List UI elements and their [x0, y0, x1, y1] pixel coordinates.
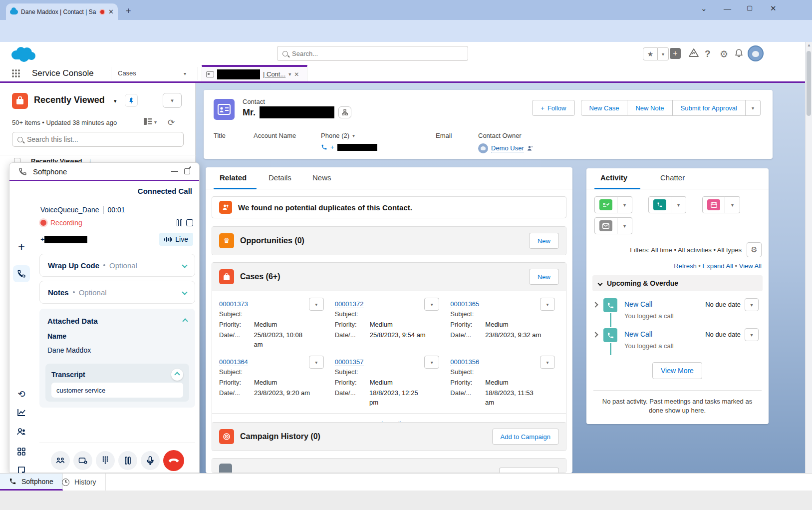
upcoming-overdue-section[interactable]: Upcoming & Overdue [592, 275, 763, 291]
favorites-dropdown-icon[interactable]: ▾ [658, 47, 669, 60]
window-minimize-icon[interactable]: — [724, 4, 731, 12]
call-dropdown-icon[interactable]: ▾ [671, 196, 686, 213]
submit-for-approval-button[interactable]: Submit for Approval [673, 100, 746, 116]
case-row-actions-dropdown[interactable]: ▾ [309, 298, 324, 311]
history-icon[interactable]: ⟲ [9, 389, 33, 400]
list-search-box[interactable] [12, 132, 184, 147]
case-row-actions-dropdown[interactable]: ▾ [540, 356, 555, 369]
phone-dropdown-icon[interactable]: ▾ [352, 133, 355, 138]
tab-related[interactable]: Related [220, 173, 247, 182]
mute-mic-button[interactable] [141, 451, 160, 470]
tab-chatter[interactable]: Chatter [660, 173, 685, 182]
expand-item-icon[interactable] [592, 302, 598, 307]
case-row-actions-dropdown[interactable]: ▾ [309, 356, 324, 369]
refresh-link[interactable]: Refresh [674, 262, 697, 270]
view-all-link[interactable]: View All [739, 262, 762, 270]
case-number-link[interactable]: 00001373 [219, 300, 248, 308]
new-opportunity-button[interactable]: New [529, 233, 559, 249]
workspace-tab-contact[interactable]: | Cont... ▾ ✕ [202, 65, 307, 81]
end-call-button[interactable] [163, 450, 184, 471]
filters-gear-icon[interactable]: ⚙ [747, 242, 762, 257]
new-event-button[interactable] [702, 196, 725, 213]
dialpad-button[interactable] [96, 451, 115, 470]
app-launcher-icon[interactable] [12, 69, 20, 77]
setup-gear-icon[interactable]: ⚙ [720, 48, 728, 60]
window-maximize-icon[interactable]: ▢ [747, 4, 753, 11]
view-hierarchy-button[interactable] [338, 106, 351, 118]
collapse-transcript-button[interactable] [171, 369, 183, 381]
phone-tab-icon[interactable] [13, 265, 30, 282]
new-call-plus-icon[interactable]: + [9, 240, 33, 254]
new-case-button[interactable]: New Case [581, 100, 628, 116]
apps-grid-icon[interactable] [9, 448, 33, 458]
tab-activity[interactable]: Activity [600, 173, 627, 182]
add-to-campaign-button[interactable]: Add to Campaign [492, 429, 559, 445]
display-as-icon[interactable] [144, 118, 152, 127]
new-note-button[interactable]: New Note [627, 100, 672, 116]
change-owner-icon[interactable] [527, 145, 533, 151]
list-search-input[interactable] [27, 135, 178, 143]
new-task-button[interactable] [594, 196, 617, 213]
stop-recording-icon[interactable] [186, 219, 193, 226]
case-number-link[interactable]: 00001372 [335, 300, 364, 308]
expand-all-link[interactable]: Expand All [702, 262, 733, 270]
tab-news[interactable]: News [312, 173, 331, 182]
chevron-up-icon[interactable] [182, 318, 188, 324]
tab-dropdown-icon[interactable]: ▾ [288, 71, 291, 77]
view-more-button[interactable]: View More [652, 362, 702, 379]
help-icon[interactable]: ? [705, 48, 711, 59]
case-number-link[interactable]: 00001365 [450, 300, 479, 308]
expand-item-icon[interactable] [592, 332, 598, 337]
global-search-input[interactable] [292, 50, 463, 57]
email-dropdown-icon[interactable]: ▾ [617, 217, 632, 234]
utility-history-tab[interactable]: History [53, 474, 106, 491]
scroll-up-arrow[interactable]: ▲ [807, 43, 811, 47]
new-case-button[interactable]: New [529, 269, 559, 285]
activity-title-link[interactable]: New Call [624, 300, 652, 308]
popout-icon[interactable] [184, 168, 190, 174]
minimize-icon[interactable] [171, 171, 178, 172]
wrap-up-code-section[interactable]: Wrap Up Code Optional [39, 254, 195, 277]
favorites-star-icon[interactable]: ★ [643, 47, 658, 60]
case-row-actions-dropdown[interactable]: ▾ [424, 298, 439, 311]
guidance-center-icon[interactable] [689, 48, 699, 60]
tab-close-icon[interactable]: ✕ [294, 71, 299, 78]
email-button[interactable] [594, 217, 617, 234]
window-close-icon[interactable]: ✕ [770, 4, 777, 13]
tab-close-icon[interactable]: ✕ [108, 8, 114, 15]
owner-link[interactable]: Demo User [491, 144, 524, 152]
browser-tab[interactable]: Dane Maddox | Contact | Sal ✕ [6, 3, 118, 20]
follow-button[interactable]: +Follow [532, 100, 574, 116]
more-actions-dropdown[interactable]: ▾ [746, 100, 761, 116]
event-dropdown-icon[interactable]: ▾ [725, 196, 740, 213]
global-actions-icon[interactable]: + [670, 48, 681, 59]
notifications-bell-icon[interactable] [735, 48, 743, 60]
case-row-actions-dropdown[interactable]: ▾ [424, 356, 439, 369]
list-actions-dropdown[interactable]: ▾ [163, 93, 182, 108]
global-search[interactable] [277, 46, 468, 61]
activity-title-link[interactable]: New Call [624, 330, 652, 338]
refresh-list-icon[interactable]: ⟳ [168, 117, 175, 128]
pause-recording-icon[interactable] [177, 219, 182, 226]
hold-button[interactable] [118, 451, 137, 470]
tab-details[interactable]: Details [269, 173, 291, 182]
case-number-link[interactable]: 00001357 [335, 358, 364, 366]
new-tab-button[interactable]: + [126, 6, 131, 16]
agents-icon[interactable] [9, 428, 33, 438]
analytics-icon[interactable] [9, 409, 33, 419]
pin-list-icon[interactable] [125, 94, 138, 107]
page-scrollbar[interactable]: ▲ [805, 42, 812, 510]
user-avatar[interactable] [748, 45, 764, 61]
transfer-device-button[interactable] [73, 451, 92, 470]
case-row-actions-dropdown[interactable]: ▾ [540, 298, 555, 311]
window-menu-icon[interactable]: ⌄ [701, 4, 707, 13]
list-view-selector-icon[interactable]: ▾ [114, 98, 117, 104]
cases-dropdown-icon[interactable]: ▾ [184, 71, 186, 76]
conference-button[interactable] [51, 451, 70, 470]
case-number-link[interactable]: 00001356 [450, 358, 479, 366]
scrollbar-thumb[interactable] [807, 51, 811, 116]
case-number-link[interactable]: 00001364 [219, 358, 248, 366]
activity-actions-dropdown[interactable]: ▾ [745, 298, 759, 311]
chevron-down-icon[interactable] [182, 262, 187, 268]
nav-item-cases[interactable]: Cases [118, 69, 136, 77]
